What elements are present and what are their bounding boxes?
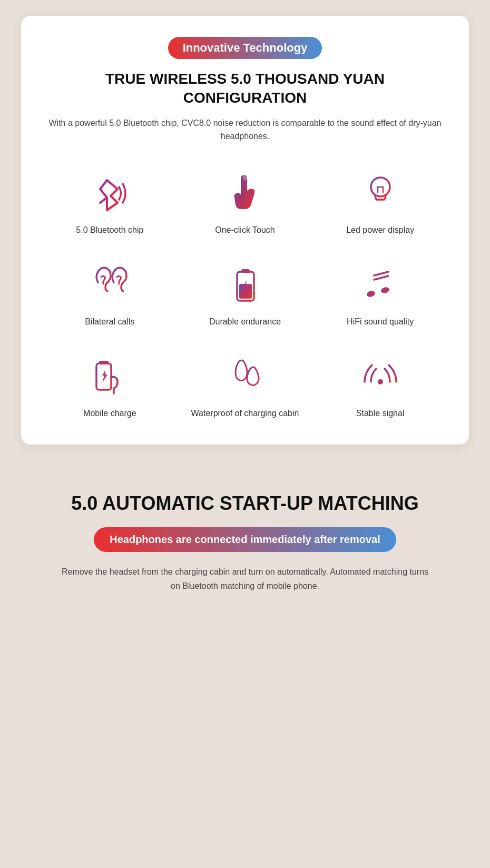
feature-label-bluetooth: 5.0 Bluetooth chip — [76, 225, 143, 235]
music-icon — [357, 261, 404, 309]
svg-rect-6 — [239, 284, 252, 299]
feature-item-charge: Mobile charge — [47, 353, 172, 418]
subtitle: With a powerful 5.0 Bluetooth chip, CVC8… — [47, 116, 443, 143]
ear-icon — [86, 261, 133, 309]
charge-icon — [86, 353, 133, 400]
feature-label-bilateral: Bilateral calls — [85, 317, 134, 327]
svg-rect-13 — [96, 363, 111, 390]
svg-rect-5 — [241, 269, 250, 273]
feature-item-touch: One-click Touch — [183, 170, 308, 235]
signal-icon — [357, 353, 404, 400]
page-wrapper: Innovative Technology TRUE WIRELESS 5.0 … — [0, 16, 490, 625]
svg-point-0 — [243, 174, 247, 181]
svg-line-10 — [374, 276, 388, 280]
svg-rect-14 — [99, 361, 109, 364]
touch-icon — [221, 170, 269, 217]
features-grid: 5.0 Bluetooth chip — [47, 170, 443, 418]
svg-point-18 — [378, 379, 383, 384]
water-icon — [221, 353, 269, 400]
feature-label-charge: Mobile charge — [83, 409, 136, 418]
feature-label-hifi: HiFi sound quality — [347, 317, 414, 327]
card-section: Innovative Technology TRUE WIRELESS 5.0 … — [21, 16, 469, 445]
innovation-badge: Innovative Technology — [168, 37, 322, 59]
feature-item-bluetooth: 5.0 Bluetooth chip — [47, 170, 172, 235]
auto-title: 5.0 AUTOMATIC START-UP MATCHING — [26, 492, 464, 515]
svg-line-9 — [374, 272, 388, 275]
bottom-section: 5.0 AUTOMATIC START-UP MATCHING Headphon… — [0, 460, 490, 625]
battery-icon — [221, 261, 269, 309]
feature-item-signal: Stable signal — [318, 353, 443, 418]
feature-item-bilateral: Bilateral calls — [47, 261, 172, 327]
feature-item-waterproof: Waterproof of charging cabin — [183, 353, 308, 418]
feature-item-endurance: Durable endurance — [183, 261, 308, 327]
feature-label-signal: Stable signal — [356, 409, 405, 418]
badge-wrapper: Innovative Technology — [47, 37, 443, 59]
feature-label-waterproof: Waterproof of charging cabin — [191, 409, 299, 418]
main-title: TRUE WIRELESS 5.0 THOUSAND YUAN CONFIGUR… — [47, 70, 443, 108]
feature-label-endurance: Durable endurance — [209, 317, 281, 327]
bottom-text: Remove the headset from the charging cab… — [61, 565, 429, 593]
led-icon — [357, 170, 404, 217]
feature-item-led: Led power display — [318, 170, 443, 235]
connected-badge: Headphones are connected immediately aft… — [94, 527, 396, 552]
feature-label-led: Led power display — [346, 225, 414, 235]
feature-item-hifi: HiFi sound quality — [318, 261, 443, 327]
bluetooth-icon — [86, 170, 133, 217]
feature-label-touch: One-click Touch — [215, 225, 275, 235]
